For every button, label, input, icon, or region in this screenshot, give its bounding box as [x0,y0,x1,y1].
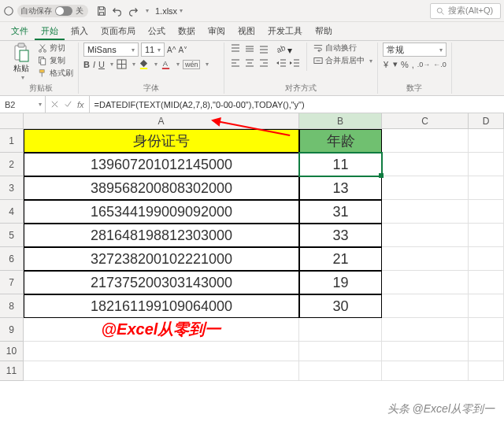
row-header[interactable]: 6 [0,247,24,271]
empty-cell[interactable] [382,247,469,271]
col-header-D[interactable]: D [469,113,504,129]
tab-formulas[interactable]: 公式 [142,22,172,40]
cell-id[interactable]: 139607201012145000 [24,153,299,176]
font-name-select[interactable]: MiSans▾ [83,43,139,57]
row-header[interactable]: 4 [0,200,24,224]
row-header[interactable]: 10 [0,342,24,361]
font-color-button[interactable]: A [161,59,171,69]
align-top-icon[interactable] [229,43,242,55]
cell-id[interactable]: 389568200808302000 [24,176,299,200]
cell-age[interactable]: 33 [299,224,382,247]
app-menu-icon[interactable] [3,6,14,17]
qat-dropdown-icon[interactable]: ▾ [146,7,149,14]
percent-format-button[interactable]: % [401,60,409,69]
border-button[interactable] [117,59,127,69]
col-header-B[interactable]: B [299,113,382,129]
empty-cell[interactable] [24,342,299,361]
cut-button[interactable]: 剪切 [38,43,73,54]
empty-cell[interactable] [24,361,299,381]
comma-format-button[interactable]: , [412,60,414,69]
row-header[interactable]: 5 [0,224,24,247]
worksheet[interactable]: A B C D 1 身份证号 年龄 2 139607201012145000 1… [0,113,504,381]
accounting-format-button[interactable]: ¥▾ [383,59,398,69]
merge-center-button[interactable]: 合并后居中▾ [313,55,372,66]
empty-cell[interactable] [469,361,504,381]
cell-id[interactable]: 281648198812303000 [24,224,299,247]
row-header[interactable]: 9 [0,318,24,342]
row-header[interactable]: 3 [0,176,24,200]
number-format-select[interactable]: 常规▾ [383,43,447,57]
decrease-decimal-button[interactable]: ←.0 [433,61,447,68]
empty-cell[interactable] [469,342,504,361]
increase-font-icon[interactable]: A^ [167,46,176,54]
empty-cell[interactable] [382,342,469,361]
bold-button[interactable]: B [83,60,90,69]
increase-decimal-button[interactable]: .0→ [417,61,431,68]
empty-cell[interactable] [469,271,504,294]
search-box[interactable]: 搜索(Alt+Q) [430,3,501,19]
empty-cell[interactable] [469,294,504,318]
cell-age[interactable]: 11 [299,153,382,176]
accept-formula-icon[interactable] [64,100,72,109]
increase-indent-icon[interactable] [290,58,300,71]
row-header[interactable]: 8 [0,294,24,318]
empty-cell[interactable] [469,318,504,342]
cell-id[interactable]: 165344199009092000 [24,200,299,224]
row-header[interactable]: 7 [0,271,24,294]
copy-button[interactable]: 复制 [38,55,73,66]
col-header-A[interactable]: A [24,113,299,129]
empty-cell[interactable] [469,200,504,224]
cell-age[interactable]: 31 [299,200,382,224]
empty-cell[interactable] [382,294,469,318]
fx-icon[interactable]: fx [77,100,84,109]
empty-cell[interactable] [382,153,469,176]
align-left-icon[interactable] [229,57,242,69]
empty-cell[interactable] [382,200,469,224]
paste-button[interactable]: 粘贴 ▾ [8,43,35,81]
empty-cell[interactable] [382,224,469,247]
tab-help[interactable]: 帮助 [309,22,339,40]
empty-cell[interactable] [382,361,469,381]
cell-age[interactable]: 13 [299,176,382,200]
formula-input[interactable]: =DATEDIF(TEXT(MID(A2,7,8),"0-00-00"),TOD… [90,100,504,109]
font-size-select[interactable]: 11▾ [141,43,165,57]
header-age[interactable]: 年龄 [299,129,382,153]
empty-cell[interactable] [382,176,469,200]
cancel-formula-icon[interactable] [50,100,59,109]
align-middle-icon[interactable] [243,43,256,55]
phonetic-button[interactable]: wén [183,60,201,69]
name-box[interactable]: B2▾ [0,96,46,113]
tab-file[interactable]: 文件 [5,22,35,40]
tab-insert[interactable]: 插入 [65,22,94,40]
cell-id[interactable]: 327238200102221000 [24,247,299,271]
italic-button[interactable]: I [93,60,95,69]
empty-cell[interactable] [382,129,469,153]
align-center-icon[interactable] [243,57,256,69]
col-header-C[interactable]: C [382,113,469,129]
tab-view[interactable]: 视图 [232,22,261,40]
cell-id[interactable]: 217375200303143000 [24,271,299,294]
cell-id[interactable]: 182161199109064000 [24,294,299,318]
fill-color-button[interactable] [139,59,149,69]
autosave-toggle[interactable]: 自动保存 关 [17,5,88,17]
credit-cell[interactable]: @Excel从零到一 [24,318,299,342]
file-dropdown-icon[interactable]: ▾ [180,7,183,14]
tab-review[interactable]: 审阅 [202,22,232,40]
tab-page-layout[interactable]: 页面布局 [94,22,142,40]
empty-cell[interactable] [299,361,382,381]
empty-cell[interactable] [469,247,504,271]
tab-data[interactable]: 数据 [172,22,202,40]
empty-cell[interactable] [469,224,504,247]
format-painter-button[interactable]: 格式刷 [38,68,73,79]
underline-button[interactable]: U [98,60,105,69]
decrease-font-icon[interactable]: A˅ [178,46,187,54]
empty-cell[interactable] [469,129,504,153]
cell-age[interactable]: 19 [299,271,382,294]
orientation-button[interactable]: ab▾ [276,43,300,56]
header-id[interactable]: 身份证号 [24,129,299,153]
undo-icon[interactable] [112,6,123,17]
empty-cell[interactable] [469,176,504,200]
redo-icon[interactable] [128,6,139,17]
empty-cell[interactable] [382,271,469,294]
cell-age[interactable]: 30 [299,294,382,318]
